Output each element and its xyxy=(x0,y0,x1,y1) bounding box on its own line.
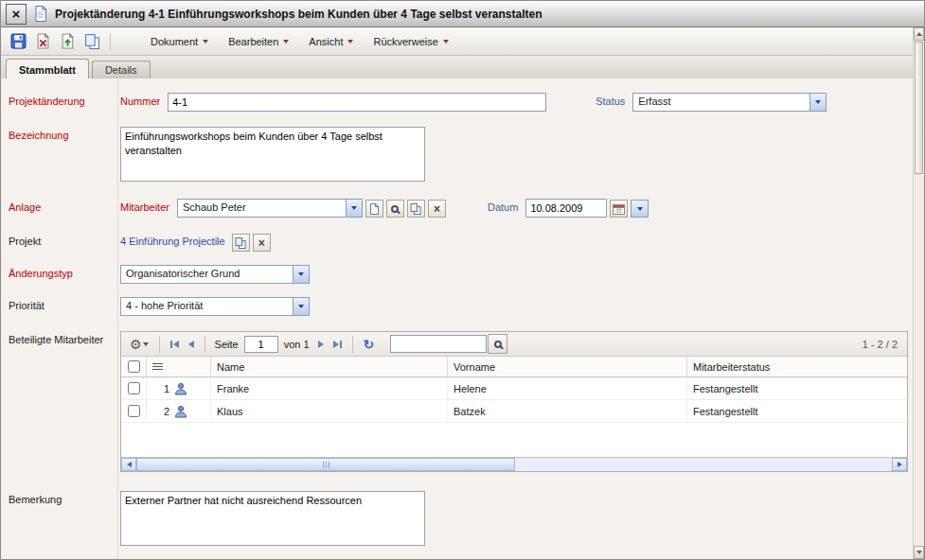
first-page-button[interactable] xyxy=(168,339,182,350)
table-row[interactable]: 2 Klaus Batzek Festangestellt xyxy=(121,400,907,423)
nummer-input[interactable] xyxy=(168,93,546,112)
prioritaet-value: 4 - hohe Priorität xyxy=(121,298,293,315)
refresh-button[interactable]: ↻ xyxy=(361,336,378,353)
chevron-down-icon[interactable] xyxy=(293,298,309,315)
scroll-right-icon xyxy=(898,462,902,467)
chevron-down-icon xyxy=(347,40,353,44)
scroll-up-icon xyxy=(916,32,922,36)
projekt-label: Projekt xyxy=(1,233,115,247)
menu-ansicht-label: Ansicht xyxy=(309,36,343,47)
row-select-cell xyxy=(121,377,146,399)
scroll-right-button[interactable] xyxy=(892,458,907,471)
status-select[interactable]: Erfasst xyxy=(632,93,827,112)
beteiligte-fields: ⚙ Seite von 1 ↻ xyxy=(120,331,908,472)
tab-details[interactable]: Details xyxy=(92,61,151,79)
menu-ansicht[interactable]: Ansicht xyxy=(300,32,362,51)
cell-mitarbeiterstatus: Festangestellt xyxy=(686,377,907,399)
row-bemerkung: Bemerkung Externer Partner hat nicht aus… xyxy=(1,491,913,546)
clear-projekt-button[interactable]: × xyxy=(253,234,271,252)
cell-mitarbeiterstatus: Festangestellt xyxy=(686,400,907,422)
lookup-button[interactable] xyxy=(386,200,404,218)
mitarbeiter-value: Schaub Peter xyxy=(178,200,346,217)
header-row-number[interactable] xyxy=(146,357,210,376)
scroll-down-button[interactable] xyxy=(914,546,924,559)
select-all-checkbox[interactable] xyxy=(128,360,140,373)
status-value: Erfasst xyxy=(633,94,809,111)
bezeichnung-textarea[interactable]: Einführungsworkshops beim Kunden über 4 … xyxy=(120,127,425,182)
previous-page-button[interactable] xyxy=(186,339,197,350)
bezeichnung-fields: Einführungsworkshops beim Kunden über 4 … xyxy=(115,127,425,182)
chevron-down-icon[interactable] xyxy=(293,266,309,283)
scroll-up-button[interactable] xyxy=(914,27,924,41)
datum-input[interactable] xyxy=(525,199,607,218)
refresh-icon: ↻ xyxy=(364,338,375,351)
header-name[interactable]: Name xyxy=(210,357,447,376)
menu-bearbeiten[interactable]: Bearbeiten xyxy=(220,32,297,51)
open-document-icon xyxy=(369,203,380,215)
copy-document-button[interactable] xyxy=(81,30,103,52)
save-icon xyxy=(10,33,27,49)
page-number-input[interactable] xyxy=(244,336,278,353)
form-content: Projektänderung Nummer Status Erfasst Be… xyxy=(1,79,913,560)
save-button[interactable] xyxy=(8,30,29,52)
chevron-down-icon[interactable] xyxy=(809,94,826,111)
row-number: 2 xyxy=(152,406,169,417)
calendar-button[interactable] xyxy=(610,200,628,218)
datum-label: Datum xyxy=(488,201,518,213)
tab-stammblatt[interactable]: Stammblatt xyxy=(6,59,89,79)
table-search xyxy=(390,334,507,354)
open-document-button[interactable] xyxy=(365,200,383,218)
copy-document-icon xyxy=(84,33,100,49)
delete-document-button[interactable] xyxy=(32,30,54,52)
chevron-down-icon[interactable] xyxy=(346,200,362,217)
prioritaet-select[interactable]: 4 - hohe Priorität xyxy=(120,297,310,316)
row-checkbox[interactable] xyxy=(128,382,140,394)
copy-projekt-button[interactable] xyxy=(232,234,250,252)
title-bar: × Projektänderung 4-1 Einführungsworksho… xyxy=(1,1,924,27)
header-vorname[interactable]: Vorname xyxy=(447,357,686,376)
previous-page-icon xyxy=(188,341,194,348)
table-search-button[interactable] xyxy=(488,334,507,354)
seite-label: Seite xyxy=(215,339,239,350)
mitarbeiter-table: ⚙ Seite von 1 ↻ xyxy=(120,331,908,472)
tab-bar: Stammblatt Details xyxy=(1,56,924,79)
copy-icon xyxy=(235,237,246,249)
clear-icon: × xyxy=(258,237,265,249)
datum-dropdown-button[interactable] xyxy=(631,200,649,218)
checkin-button[interactable] xyxy=(57,30,79,52)
toolbar-separator xyxy=(110,33,111,50)
bemerkung-fields: Externer Partner hat nicht ausreichend R… xyxy=(115,491,425,546)
aenderungstyp-select[interactable]: Organisatorischer Grund xyxy=(120,265,310,284)
header-mitarbeiterstatus[interactable]: Mitarbeiterstatus xyxy=(686,357,907,376)
projekt-link[interactable]: 4 Einführung Projectile xyxy=(120,236,225,247)
chevron-down-icon xyxy=(203,40,208,44)
row-checkbox[interactable] xyxy=(128,405,140,417)
menu-dokument[interactable]: Dokument xyxy=(142,32,217,51)
scroll-left-button[interactable] xyxy=(121,458,136,471)
table-search-input[interactable] xyxy=(390,335,487,353)
copy-reference-button[interactable] xyxy=(407,200,425,218)
vertical-scrollbar-thumb[interactable] xyxy=(915,42,923,174)
close-button[interactable]: × xyxy=(6,4,27,25)
toolbar-separator xyxy=(352,336,353,353)
menu-rueckverweise[interactable]: Rückverweise xyxy=(365,32,456,51)
table-row[interactable]: 1 Franke Helene Festangestellt xyxy=(121,377,907,400)
menu-dokument-label: Dokument xyxy=(151,36,198,47)
bemerkung-textarea[interactable]: Externer Partner hat nicht ausreichend R… xyxy=(120,491,425,546)
main-toolbar: Dokument Bearbeiten Ansicht Rückverweise xyxy=(1,27,924,56)
row-bezeichnung: Bezeichnung Einführungsworkshops beim Ku… xyxy=(1,127,913,182)
label-column-divider xyxy=(117,79,118,560)
row-prioritaet: Priorität 4 - hohe Priorität xyxy=(1,297,913,316)
clear-icon: × xyxy=(434,203,440,215)
last-page-button[interactable] xyxy=(330,339,345,350)
aenderungstyp-label: Änderungstyp xyxy=(1,265,115,279)
mitarbeiter-select[interactable]: Schaub Peter xyxy=(177,199,363,218)
table-settings-button[interactable]: ⚙ xyxy=(127,336,151,353)
next-page-button[interactable] xyxy=(315,339,327,350)
clear-mitarbeiter-button[interactable]: × xyxy=(428,200,446,218)
horizontal-scrollbar-thumb[interactable] xyxy=(136,458,515,471)
horizontal-scrollbar[interactable] xyxy=(121,457,907,471)
von-label: von 1 xyxy=(284,339,310,350)
chevron-down-icon xyxy=(283,40,289,44)
vertical-scrollbar[interactable] xyxy=(913,27,924,559)
